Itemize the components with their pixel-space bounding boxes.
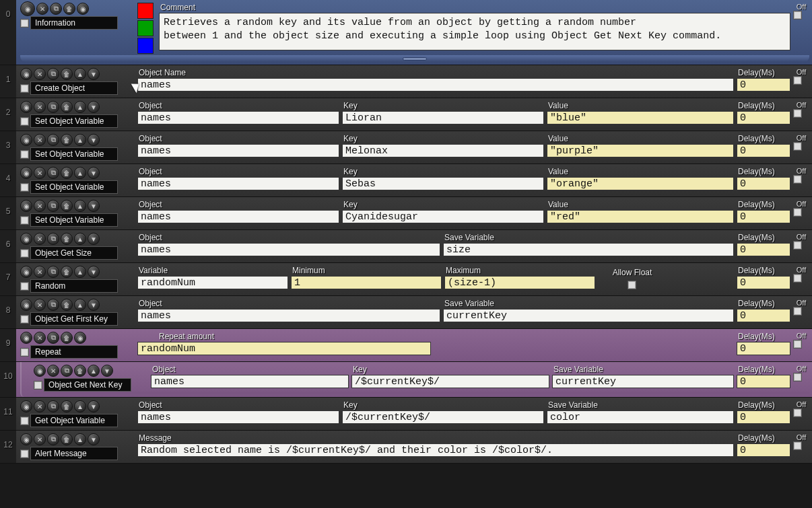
- off-checkbox[interactable]: [793, 307, 802, 316]
- off-checkbox[interactable]: [793, 274, 802, 283]
- delete-icon[interactable]: 🗑: [61, 299, 73, 311]
- field-input-object[interactable]: [137, 410, 339, 424]
- delay-input[interactable]: [737, 276, 790, 289]
- delete-icon[interactable]: 🗑: [61, 101, 73, 113]
- enable-icon[interactable]: ◉: [20, 266, 32, 278]
- delay-input[interactable]: [737, 210, 790, 223]
- down-icon[interactable]: ▼: [88, 101, 100, 113]
- down-icon[interactable]: ▼: [88, 68, 100, 80]
- delete-icon[interactable]: 🗑: [61, 68, 73, 80]
- cut-icon[interactable]: ✕: [34, 332, 46, 344]
- field-input-variable[interactable]: [137, 276, 288, 289]
- cut-icon[interactable]: ✕: [34, 101, 46, 113]
- delete-icon[interactable]: 🗑: [61, 433, 73, 445]
- delay-input[interactable]: [737, 111, 790, 124]
- enable-icon[interactable]: ◉: [20, 167, 32, 179]
- copy-icon[interactable]: ⧉: [47, 400, 59, 412]
- delete-icon[interactable]: 🗑: [74, 365, 86, 377]
- off-checkbox[interactable]: [793, 11, 802, 20]
- swatch-blue[interactable]: [137, 38, 154, 54]
- command-name[interactable]: Repeat: [30, 345, 118, 359]
- command-name[interactable]: Information: [30, 16, 118, 30]
- command-name[interactable]: Get Object Variable: [30, 414, 118, 427]
- row-checkbox[interactable]: [20, 315, 29, 324]
- comment-text[interactable]: Retrieves a random key and its value fro…: [159, 13, 790, 50]
- cut-icon[interactable]: ✕: [34, 233, 46, 245]
- cut-icon[interactable]: ✕: [36, 3, 48, 15]
- row-checkbox[interactable]: [20, 150, 29, 159]
- off-checkbox[interactable]: [793, 373, 802, 382]
- command-name[interactable]: Object Get Next Key: [44, 378, 131, 392]
- copy-icon[interactable]: ⧉: [50, 3, 62, 15]
- swatch-red[interactable]: [137, 3, 154, 19]
- allow-float-checkbox[interactable]: [628, 281, 636, 289]
- field-input-message[interactable]: [137, 443, 734, 457]
- row-checkbox[interactable]: [20, 19, 29, 28]
- down-icon[interactable]: ▼: [88, 134, 100, 146]
- enable-icon[interactable]: ◉: [20, 233, 32, 245]
- enable-icon[interactable]: ◉: [20, 433, 32, 445]
- up-icon[interactable]: ▲: [88, 365, 100, 377]
- eye-icon[interactable]: ◉: [77, 3, 89, 15]
- row-checkbox[interactable]: [20, 249, 29, 258]
- field-input-repeat_amount[interactable]: [137, 342, 431, 355]
- enable-icon[interactable]: ◉: [34, 365, 46, 377]
- command-name[interactable]: Object Get Size: [30, 246, 118, 260]
- cut-icon[interactable]: ✕: [34, 266, 46, 278]
- copy-icon[interactable]: ⧉: [47, 101, 59, 113]
- up-icon[interactable]: ▲: [74, 68, 86, 80]
- off-checkbox[interactable]: [793, 208, 802, 217]
- up-icon[interactable]: ▲: [74, 134, 86, 146]
- field-input-save_variable[interactable]: [547, 410, 734, 424]
- field-input-object[interactable]: [137, 111, 339, 124]
- down-icon[interactable]: ▼: [88, 233, 100, 245]
- field-input-save_variable[interactable]: [443, 309, 734, 322]
- command-name[interactable]: Set Object Variable: [30, 114, 118, 128]
- off-checkbox[interactable]: [793, 241, 802, 250]
- up-icon[interactable]: ▲: [74, 101, 86, 113]
- cut-icon[interactable]: ✕: [47, 365, 59, 377]
- delay-input[interactable]: [737, 177, 790, 190]
- down-icon[interactable]: ▼: [88, 299, 100, 311]
- field-input-value[interactable]: [547, 144, 734, 157]
- field-input-save_variable[interactable]: [443, 243, 734, 256]
- off-checkbox[interactable]: [793, 408, 802, 417]
- off-checkbox[interactable]: [793, 175, 802, 184]
- field-input-key[interactable]: [342, 410, 544, 424]
- down-icon[interactable]: ▼: [88, 266, 100, 278]
- row-checkbox[interactable]: [20, 84, 29, 93]
- down-icon[interactable]: ▼: [101, 365, 113, 377]
- off-checkbox[interactable]: [793, 441, 802, 450]
- cut-icon[interactable]: ✕: [34, 134, 46, 146]
- up-icon[interactable]: ▲: [74, 233, 86, 245]
- delete-icon[interactable]: 🗑: [61, 134, 73, 146]
- field-input-object[interactable]: [151, 375, 349, 388]
- delay-input[interactable]: [737, 375, 790, 388]
- enable-icon[interactable]: ◉: [20, 1, 35, 16]
- copy-icon[interactable]: ⧉: [47, 266, 59, 278]
- field-input-value[interactable]: [547, 177, 734, 190]
- delay-input[interactable]: [737, 342, 790, 355]
- off-checkbox[interactable]: [793, 340, 802, 349]
- enable-icon[interactable]: ◉: [20, 68, 32, 80]
- enable-icon[interactable]: ◉: [20, 332, 32, 344]
- row-checkbox[interactable]: [20, 449, 29, 458]
- delete-icon[interactable]: 🗑: [61, 400, 73, 412]
- cut-icon[interactable]: ✕: [34, 68, 46, 80]
- off-checkbox[interactable]: [793, 142, 802, 151]
- field-input-object_name[interactable]: [137, 78, 734, 92]
- command-name[interactable]: Set Object Variable: [30, 180, 118, 194]
- field-input-key[interactable]: [342, 111, 544, 124]
- field-input-save_variable[interactable]: [552, 375, 734, 388]
- copy-icon[interactable]: ⧉: [47, 233, 59, 245]
- command-name[interactable]: Create Object: [30, 81, 118, 95]
- enable-icon[interactable]: ◉: [20, 200, 32, 212]
- delay-input[interactable]: [737, 410, 790, 424]
- delete-icon[interactable]: 🗑: [61, 167, 73, 179]
- delay-input[interactable]: [737, 144, 790, 157]
- command-name[interactable]: Object Get First Key: [30, 312, 118, 326]
- field-input-value[interactable]: [547, 210, 734, 223]
- up-icon[interactable]: ▲: [74, 299, 86, 311]
- command-name[interactable]: Set Object Variable: [30, 147, 118, 161]
- field-input-object[interactable]: [137, 177, 339, 190]
